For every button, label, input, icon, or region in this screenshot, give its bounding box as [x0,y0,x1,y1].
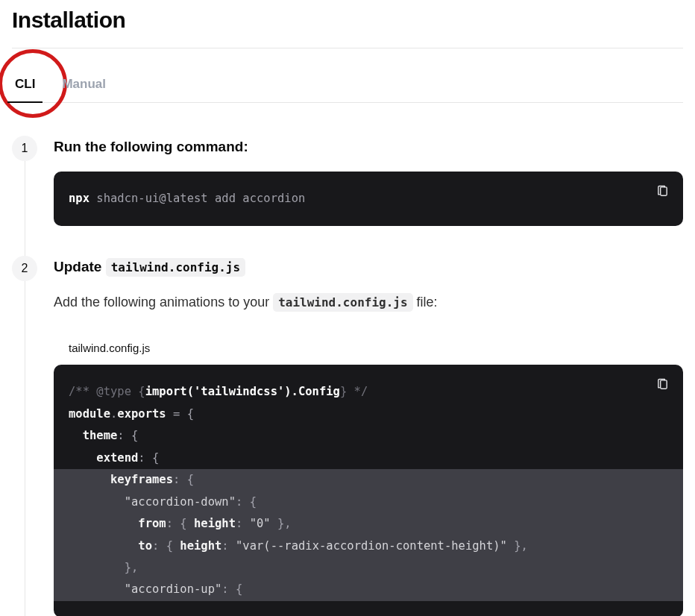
step: 2 Update tailwind.config.js Add the foll… [12,256,683,616]
command-block: npx shadcn-ui@latest add accordion [54,172,683,226]
step-title-text: Update [54,259,106,274]
file-tab[interactable]: tailwind.config.js [55,330,163,365]
step-desc-suffix: file: [413,295,438,309]
clipboard-icon [656,185,669,198]
divider [12,48,683,48]
step-title-code: tailwind.config.js [106,258,245,277]
file-tabs: tailwind.config.js [54,330,683,365]
step: 1 Run the following command: npx shadcn-… [12,136,683,256]
svg-rect-1 [660,380,667,389]
step-title: Update tailwind.config.js [54,259,683,275]
config-code: /** @type {import('tailwindcss').Config}… [54,365,683,616]
tab-cli[interactable]: CLI [12,65,38,102]
step-desc-prefix: Add the following animations to your [54,295,273,309]
svg-rect-0 [660,186,667,195]
copy-button[interactable] [653,182,671,200]
install-tabs: CLI Manual [12,65,683,103]
cmd-rest: shadcn-ui@latest add accordion [96,192,305,205]
step-rail [25,161,25,256]
step-number: 2 [12,256,37,281]
step-desc-code: tailwind.config.js [273,293,412,312]
clipboard-icon [656,378,669,391]
page-title: Installation [12,7,683,33]
step-description: Add the following animations to your tai… [54,295,683,310]
step-number: 1 [12,136,37,161]
step-rail [25,281,25,616]
config-code-block: /** @type {import('tailwindcss').Config}… [54,365,683,616]
cmd-prefix: npx [69,192,89,205]
step-title: Run the following command: [54,139,683,155]
steps-list: 1 Run the following command: npx shadcn-… [12,136,683,616]
tab-manual[interactable]: Manual [59,65,109,102]
copy-button[interactable] [653,375,671,393]
